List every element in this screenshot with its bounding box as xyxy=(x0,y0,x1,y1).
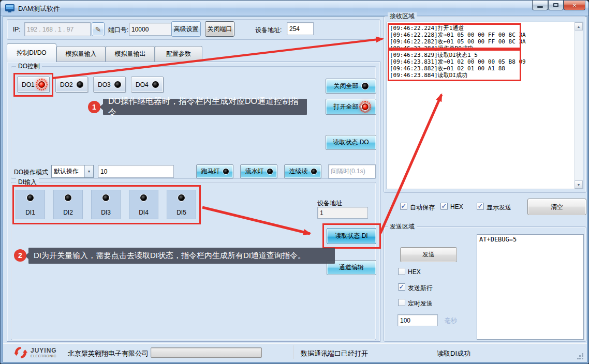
pencil-icon: ✎ xyxy=(95,25,101,34)
open-all-label: 打开全部 xyxy=(334,102,359,111)
statusbar-separator xyxy=(293,345,294,359)
di4-label: DI4 xyxy=(139,209,149,216)
callout-1-number: 1 xyxy=(88,101,100,113)
minimize-button[interactable] xyxy=(532,1,548,10)
tx-hex-checkbox[interactable] xyxy=(398,268,405,275)
send-interval-input[interactable] xyxy=(397,314,438,326)
open-all-led-icon xyxy=(362,103,369,110)
ip-label: IP: xyxy=(13,26,21,33)
title-bar[interactable]: DAM测试软件 ✕ xyxy=(1,1,588,16)
tab-analog-output[interactable]: 模拟量输出 xyxy=(106,46,155,62)
tab-label: 模拟量输入 xyxy=(66,50,97,58)
receive-log-group-1: [09:46:22.224]打开1通道 [09:46:22.228]发→01 0… xyxy=(390,25,526,52)
timed-send-checkbox[interactable] xyxy=(398,299,405,306)
do3-button[interactable]: DO3 xyxy=(93,77,126,93)
do-mode-label: DO操作模式 xyxy=(14,168,48,177)
ms-label: 毫秒 xyxy=(445,316,457,325)
di-group-title: DI输入 xyxy=(16,178,39,186)
flow-led-icon xyxy=(267,169,273,174)
rx-hex-label: HEX xyxy=(450,203,463,210)
window-title: DAM测试软件 xyxy=(18,4,60,13)
send-area-title: 发送区域 xyxy=(388,223,417,230)
di5-tile[interactable]: DI5 xyxy=(167,190,196,219)
read-di-status-button[interactable]: 读取状态 DI xyxy=(327,228,376,244)
do4-led-off-icon xyxy=(152,81,159,88)
send-button[interactable]: 发送 xyxy=(400,247,457,262)
brand-sub: ELECTRONIC xyxy=(31,354,56,358)
di1-led-off-icon xyxy=(27,194,34,201)
open-all-button[interactable]: 打开全部 xyxy=(326,99,376,115)
callout-1-bubble: DO操作继电器时，指令栏内生成对应DO通道控制指令 xyxy=(103,99,307,115)
resize-grip[interactable] xyxy=(577,353,584,360)
continuous-read-button[interactable]: 连续读 xyxy=(284,164,321,178)
callout-2-bubble: DI为开关量输入，需要点击去读取DI状态，指令栏内生成所有DI通道查询指令。 xyxy=(28,248,335,264)
auto-save-checkbox[interactable]: ✓ xyxy=(400,203,407,210)
scroll-up-button[interactable]: ▲ xyxy=(575,22,583,31)
di2-tile[interactable]: DI2 xyxy=(53,190,83,219)
receive-log-group-2: [09:46:23.829]读取DI状态1_5 [09:46:23.831]发→… xyxy=(390,52,526,79)
callout-2-number: 2 xyxy=(14,249,26,262)
show-send-checkbox[interactable]: ✓ xyxy=(477,203,484,210)
close-port-button[interactable]: 关闭端口 xyxy=(205,21,234,37)
edit-ip-button[interactable]: ✎ xyxy=(92,22,105,36)
app-window: DAM测试软件 ✕ IP: ✎ 端口号: 高级设置 关闭端口 设备地址: 控制D… xyxy=(0,0,589,364)
receive-area-title: 接收区域 xyxy=(388,12,417,20)
di5-label: DI5 xyxy=(176,209,186,216)
clear-button[interactable]: 清空 xyxy=(527,199,586,215)
di3-tile[interactable]: DI3 xyxy=(91,190,121,219)
send-label: 发送 xyxy=(422,250,435,259)
check-icon: ✓ xyxy=(478,203,483,209)
close-port-label: 关闭端口 xyxy=(208,25,232,34)
clear-label: 清空 xyxy=(551,203,563,211)
scroll-down-button[interactable]: ▼ xyxy=(575,180,583,189)
tab-label: 模拟量输出 xyxy=(115,50,146,58)
do-mode-dropdown[interactable]: 默认操作 ▼ xyxy=(51,165,94,178)
di3-label: DI3 xyxy=(101,209,111,216)
do1-button[interactable]: DO1 xyxy=(17,77,50,93)
send-newline-checkbox[interactable]: ✓ xyxy=(398,283,405,291)
brand-name: JUYING xyxy=(31,347,57,354)
tab-control-dido[interactable]: 控制DI/DO xyxy=(7,43,56,62)
tab-label: 控制DI/DO xyxy=(17,49,46,57)
check-icon: ✓ xyxy=(441,203,447,209)
advanced-settings-label: 高级设置 xyxy=(174,25,199,34)
di1-label: DI1 xyxy=(25,209,35,216)
interval-input[interactable] xyxy=(328,164,376,178)
device-address-input[interactable] xyxy=(287,22,314,35)
close-all-button[interactable]: 关闭全部 xyxy=(326,79,376,94)
scroll-down-icon: ▼ xyxy=(577,183,581,187)
marquee-lamp-button[interactable]: 跑马灯 xyxy=(196,164,233,178)
do2-label: DO2 xyxy=(60,81,73,88)
maximize-button[interactable] xyxy=(548,1,564,10)
read-do-status-label: 读取状态 DO xyxy=(333,138,369,147)
rx-hex-checkbox[interactable]: ✓ xyxy=(440,203,448,210)
close-button[interactable]: ✕ xyxy=(564,1,585,10)
do2-button[interactable]: DO2 xyxy=(55,77,88,93)
send-newline-label: 发送新行 xyxy=(408,284,433,293)
read-do-status-button[interactable]: 读取状态 DO xyxy=(326,135,376,150)
flow-lamp-label: 流水灯 xyxy=(245,167,264,176)
close-icon: ✕ xyxy=(572,3,577,8)
tab-config-params[interactable]: 配置参数 xyxy=(155,46,202,62)
di4-tile[interactable]: DI4 xyxy=(129,190,158,219)
device-address-label: 设备地址: xyxy=(255,26,282,35)
advanced-settings-button[interactable]: 高级设置 xyxy=(171,21,201,37)
receive-scrollbar[interactable] xyxy=(575,22,583,189)
di-device-address-input[interactable] xyxy=(317,207,368,219)
scroll-up-icon: ▲ xyxy=(577,25,581,28)
send-content-textarea[interactable]: AT+DEBUG=5 xyxy=(477,234,584,340)
di1-tile[interactable]: DI1 xyxy=(16,190,45,219)
do4-button[interactable]: DO4 xyxy=(131,77,164,93)
flow-lamp-button[interactable]: 流水灯 xyxy=(240,164,277,178)
di5-led-off-icon xyxy=(178,194,185,201)
continuous-read-led-icon xyxy=(311,169,317,174)
check-icon: ✓ xyxy=(399,283,405,290)
minimize-icon xyxy=(537,6,543,8)
tab-analog-input[interactable]: 模拟量输入 xyxy=(56,46,106,62)
ip-input[interactable] xyxy=(24,22,91,36)
progress-bar xyxy=(151,347,262,358)
app-icon xyxy=(5,4,14,12)
check-icon: ✓ xyxy=(401,203,407,209)
do-count-input[interactable] xyxy=(98,165,174,178)
port-input[interactable] xyxy=(129,23,178,36)
